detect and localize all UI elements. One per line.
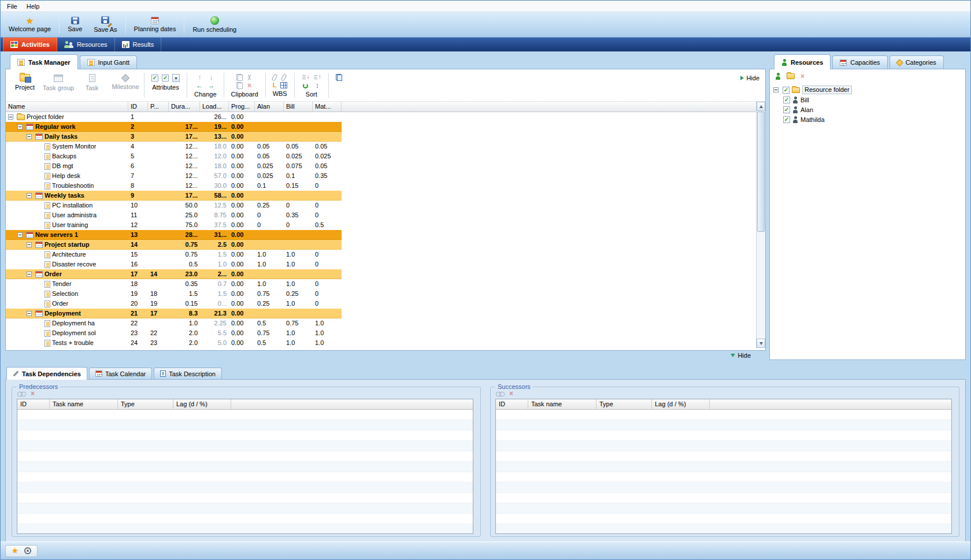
column-header[interactable]: Load... <box>200 102 229 112</box>
tab-task-dependencies[interactable]: Task Dependencies <box>6 367 87 380</box>
delete-icon[interactable] <box>247 82 251 89</box>
add-task-button[interactable]: Task <box>75 71 109 100</box>
column-header[interactable]: Type <box>596 399 652 409</box>
delete-dependency-icon[interactable] <box>509 390 513 397</box>
task-row[interactable]: Regular work217...19...0.00 <box>6 122 756 132</box>
task-row[interactable]: Order171423.02...0.00 <box>6 269 756 279</box>
tree-expander-icon[interactable] <box>27 311 32 316</box>
vertical-scrollbar[interactable] <box>756 102 765 348</box>
tree-expander-icon[interactable] <box>17 232 23 238</box>
task-row[interactable]: Help desk712...57.00.000.0250.10.35 <box>6 171 756 181</box>
tab-resources-side[interactable]: Resources <box>774 54 831 69</box>
resource-row[interactable]: Mathilda <box>773 114 962 124</box>
tab-resources[interactable]: Resources <box>57 38 115 51</box>
column-header[interactable]: Prog... <box>229 102 255 112</box>
checkbox-checked[interactable] <box>783 87 790 94</box>
welcome-page-button[interactable]: Welcome page <box>3 13 57 36</box>
column-header[interactable]: Alan <box>255 102 284 112</box>
save-as-button[interactable]: Save As <box>88 13 123 36</box>
tab-input-gantt[interactable]: Input Gantt <box>80 55 137 69</box>
task-row[interactable]: Tests + trouble24232.05.00.000.51.01.0 <box>6 338 756 348</box>
delete-resource-button[interactable] <box>800 73 805 80</box>
column-header[interactable]: Task name <box>528 399 596 409</box>
resource-folder-row[interactable]: Resource folder <box>773 85 962 95</box>
task-row[interactable]: Deployment sol23222.05.50.000.751.01.0 <box>6 328 756 338</box>
task-row[interactable]: User training1275.037.50.00000.5 <box>6 220 756 230</box>
tree-expander-icon[interactable] <box>27 134 32 139</box>
task-row[interactable]: Project startup140.752.50.00 <box>6 240 756 250</box>
copy-icon[interactable] <box>236 74 243 81</box>
task-row[interactable]: Weekly tasks917...58...0.00 <box>6 191 756 201</box>
tab-task-description[interactable]: Task Description <box>154 368 222 379</box>
checkbox-checked[interactable] <box>783 116 790 123</box>
task-row[interactable]: New servers 11328...31...0.00 <box>6 230 756 240</box>
column-header[interactable]: Name <box>6 102 128 112</box>
cut-icon[interactable] <box>246 74 253 81</box>
attach-icon[interactable] <box>272 73 278 81</box>
tree-expander-icon[interactable] <box>773 87 779 92</box>
add-task-group-button[interactable]: Task group <box>42 71 75 100</box>
add-dependency-icon[interactable] <box>496 391 505 396</box>
save-button[interactable]: Save <box>62 13 88 36</box>
hide-right-panel-button[interactable]: Hide <box>740 75 759 81</box>
tree-expander-icon[interactable] <box>27 272 32 277</box>
tree-expander-icon[interactable] <box>27 242 32 247</box>
attributes-dropdown-button[interactable] <box>172 74 180 82</box>
task-row[interactable]: Deployment ha221.02.250.000.50.751.0 <box>6 318 756 328</box>
move-up-icon[interactable] <box>195 74 203 81</box>
paste-icon[interactable] <box>236 82 243 89</box>
tree-expander-icon[interactable] <box>8 114 13 120</box>
column-header[interactable]: ID <box>496 399 528 409</box>
hide-bottom-panel-button[interactable]: Hide <box>5 351 766 360</box>
move-down-icon[interactable] <box>207 74 215 81</box>
task-row[interactable]: Troubleshootin812...30.00.000.10.150 <box>6 181 756 191</box>
menu-file[interactable]: File <box>2 1 22 12</box>
scroll-down-button[interactable] <box>757 339 765 348</box>
add-resource-folder-button[interactable] <box>787 73 795 79</box>
add-resource-button[interactable] <box>775 73 781 80</box>
copy-table-button[interactable] <box>336 74 342 81</box>
menu-help[interactable]: Help <box>22 1 45 12</box>
tab-task-calendar[interactable]: Task Calendar <box>89 368 152 379</box>
column-header[interactable]: P... <box>148 102 169 112</box>
task-row[interactable]: Backups512...12.00.000.050.0250.025 <box>6 151 756 161</box>
run-scheduling-button[interactable]: Run scheduling <box>187 13 242 36</box>
reorder-icon[interactable] <box>316 82 319 89</box>
wbs-grid-icon[interactable] <box>280 82 287 88</box>
add-dependency-icon[interactable] <box>17 391 26 396</box>
task-row[interactable]: Architecture150.751.50.001.01.00 <box>6 250 756 259</box>
level-icon[interactable] <box>273 82 277 88</box>
tab-capacities[interactable]: Capacities <box>832 55 887 69</box>
resource-row[interactable]: Bill <box>773 95 962 105</box>
star-icon[interactable] <box>12 547 18 554</box>
sort-descending-icon[interactable] <box>313 74 321 81</box>
indent-icon[interactable] <box>207 82 215 89</box>
task-row[interactable]: Order20190.150...0.000.251.00 <box>6 299 756 309</box>
column-header[interactable]: Bill <box>284 102 313 112</box>
checkbox-checked[interactable] <box>783 106 790 113</box>
resource-row[interactable]: Alan <box>773 105 962 114</box>
task-row[interactable]: DB mgt612...18.00.000.0250.0750.05 <box>6 161 756 171</box>
task-row[interactable]: PC installation1050.012.50.000.2500 <box>6 201 756 210</box>
column-header[interactable]: Task name <box>50 399 118 409</box>
task-row[interactable]: Tender180.350.70.001.01.00 <box>6 279 756 289</box>
task-row[interactable]: Project folder126...0.00 <box>6 112 756 122</box>
planning-dates-button[interactable]: Planning dates <box>128 13 182 36</box>
attribute-checkbox-2[interactable] <box>162 75 169 81</box>
task-row[interactable]: Selection19181.51.50.000.750.250 <box>6 289 756 299</box>
tab-activities[interactable]: Activities <box>3 38 57 51</box>
delete-dependency-icon[interactable] <box>31 390 35 397</box>
attribute-checkbox-1[interactable] <box>151 75 158 81</box>
target-icon[interactable] <box>24 547 31 554</box>
column-header[interactable]: Type <box>118 399 173 409</box>
column-header[interactable]: Dura... <box>169 102 200 112</box>
scrollbar-thumb[interactable] <box>757 112 765 232</box>
column-header[interactable]: ID <box>17 399 50 409</box>
outdent-icon[interactable] <box>195 82 203 89</box>
add-project-button[interactable]: Project <box>8 71 42 100</box>
column-header[interactable]: Mat... <box>313 102 342 112</box>
task-row[interactable]: User administra1125.08.750.0000.350 <box>6 210 756 220</box>
tab-task-manager[interactable]: Task Manager <box>10 54 78 69</box>
task-row[interactable]: System Monitor412...18.00.000.050.050.05 <box>6 142 756 151</box>
add-milestone-button[interactable]: Milestone <box>109 71 142 100</box>
